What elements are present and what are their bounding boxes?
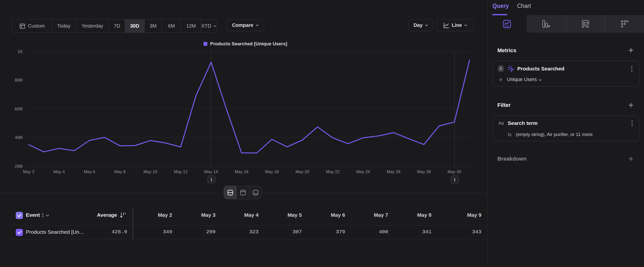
svg-text:May 10: May 10 (144, 169, 157, 174)
svg-text:May 6: May 6 (84, 169, 95, 174)
svg-text:1: 1 (454, 177, 456, 182)
svg-text:May 16: May 16 (235, 169, 248, 174)
svg-text:May 2: May 2 (23, 169, 34, 174)
svg-text:200: 200 (15, 164, 23, 169)
svg-text:May 18: May 18 (265, 169, 279, 174)
svg-text:May 8: May 8 (114, 169, 126, 174)
svg-text:May 14: May 14 (204, 169, 218, 174)
svg-text:May 4: May 4 (54, 169, 65, 174)
svg-text:400: 400 (15, 135, 23, 140)
svg-text:1: 1 (210, 177, 212, 182)
svg-text:800: 800 (15, 78, 23, 83)
svg-text:May 26: May 26 (387, 169, 400, 174)
svg-text:May 24: May 24 (356, 169, 370, 174)
svg-text:May 22: May 22 (326, 169, 340, 174)
svg-text:May 12: May 12 (174, 169, 188, 174)
svg-text:1K: 1K (17, 49, 23, 54)
svg-text:May 28: May 28 (417, 169, 431, 174)
svg-text:Products Searched [Unique User: Products Searched [Unique Users] (210, 41, 287, 46)
svg-text:600: 600 (15, 107, 23, 112)
svg-text:May 30: May 30 (448, 169, 461, 174)
svg-text:May 20: May 20 (296, 169, 309, 174)
